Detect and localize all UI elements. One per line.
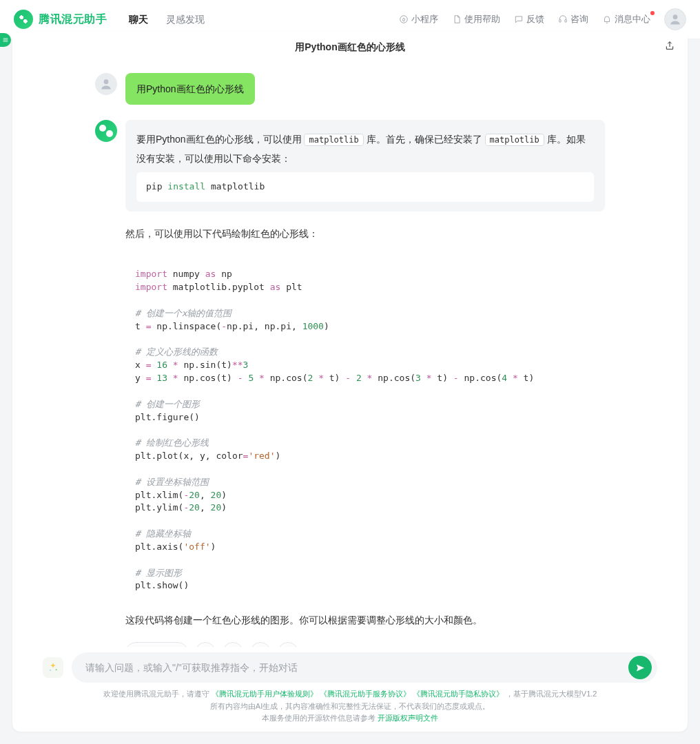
link-miniprogram[interactable]: 小程序 [399, 13, 438, 25]
regenerate-button[interactable]: 重新生成 [125, 642, 188, 647]
footer-text: 欢迎使用腾讯混元助手，请遵守 [103, 690, 209, 698]
footer: 欢迎使用腾讯混元助手，请遵守 《腾讯混元助手用户体验规则》 《腾讯混元助手服务协… [43, 683, 657, 732]
footer-text: 本服务使用的开源软件信息请参考 [262, 714, 375, 722]
prompt-helper-button[interactable] [43, 657, 63, 678]
code-container: import numpy as np import matplotlib.pyp… [12, 260, 688, 610]
footer-text: ，基于腾讯混元大模型V1.2 [506, 690, 597, 698]
thread-title: 用Python画红色的心形线 [295, 41, 404, 54]
sparkle-icon [48, 662, 59, 673]
notification-dot-icon [650, 11, 655, 15]
footer-link-rules[interactable]: 《腾讯混元助手用户体验规则》 [212, 690, 318, 698]
share-button[interactable] [664, 40, 675, 54]
copy-button[interactable] [250, 642, 271, 647]
footer-text: 所有内容均由AI生成，其内容准确性和完整性无法保证，不代表我们的态度或观点。 [43, 701, 657, 713]
bot-text: 库。首先，确保已经安装了 [364, 134, 485, 145]
header-right: 小程序 使用帮助 反馈 咨询 消息中心 [399, 8, 686, 30]
link-feedback-label: 反馈 [526, 13, 544, 25]
composer: 欢迎使用腾讯混元助手，请遵守 《腾讯混元助手用户体验规则》 《腾讯混元助手服务协… [12, 647, 688, 732]
input-wrap [43, 652, 657, 683]
thread-header: 用Python画红色的心形线 [12, 32, 688, 63]
menu-icon [2, 37, 9, 43]
bot-avatar [95, 120, 117, 142]
message-bot: 要用Python画红色的心形线，可以使用 matplotlib 库。首先，确保已… [12, 117, 688, 224]
link-help-label: 使用帮助 [464, 13, 500, 25]
thumbs-up-button[interactable] [195, 642, 216, 647]
user-message-avatar [95, 73, 117, 95]
bot-text: 这段代码将创建一个红色心形线的图形。你可以根据需要调整心形线的大小和颜色。 [12, 610, 688, 642]
brand-logo-icon [14, 10, 33, 29]
link-help[interactable]: 使用帮助 [452, 13, 500, 25]
inline-code: matplotlib [304, 134, 363, 146]
bot-text: 然后，可以使用以下代码绘制红色的心形线： [12, 224, 688, 256]
brand-name: 腾讯混元助手 [39, 12, 107, 27]
link-notifications-label: 消息中心 [615, 13, 650, 25]
sidebar-toggle[interactable] [0, 33, 11, 47]
svg-point-6 [56, 670, 57, 671]
link-miniprogram-label: 小程序 [411, 13, 438, 25]
svg-point-7 [50, 670, 50, 671]
send-button[interactable] [628, 656, 652, 679]
chat-scroll[interactable]: 用Python画红色的心形线 要用Python画红色的心形线，可以使用 matp… [12, 63, 688, 647]
chat-card: 用Python画红色的心形线 用Python画红色的心形线 要用Python画红… [12, 32, 688, 732]
footer-link-tos[interactable]: 《腾讯混元助手服务协议》 [320, 690, 411, 698]
inline-code: matplotlib [485, 134, 544, 146]
chat-icon [514, 14, 524, 24]
share-message-button[interactable] [278, 642, 298, 647]
code-block-pip: pip install matplotlib [136, 172, 594, 202]
bot-text: 要用Python画红色的心形线，可以使用 [136, 134, 304, 145]
footer-link-privacy[interactable]: 《腾讯混元助手隐私协议》 [413, 690, 504, 698]
svg-rect-2 [565, 20, 566, 22]
link-notifications[interactable]: 消息中心 [602, 13, 650, 25]
link-consult[interactable]: 咨询 [558, 13, 588, 25]
bell-icon [602, 14, 612, 24]
share-icon [664, 40, 675, 51]
headset-icon [558, 14, 568, 24]
person-icon [99, 77, 113, 91]
code-block-main: import numpy as np import matplotlib.pyp… [125, 260, 605, 601]
footer-link-oss[interactable]: 开源版权声明文件 [378, 714, 438, 722]
svg-point-0 [400, 16, 408, 23]
compass-icon [399, 14, 409, 24]
svg-point-3 [673, 14, 678, 19]
link-feedback[interactable]: 反馈 [514, 13, 544, 25]
user-avatar[interactable] [664, 8, 686, 30]
send-icon [635, 663, 646, 673]
svg-point-4 [104, 79, 109, 84]
person-icon [668, 12, 682, 26]
brand-block: 腾讯混元助手 [14, 10, 107, 29]
bot-bubble: 要用Python画红色的心形线，可以使用 matplotlib 库。首先，确保已… [125, 120, 605, 211]
message-user: 用Python画红色的心形线 [12, 70, 688, 117]
user-bubble: 用Python画红色的心形线 [125, 73, 255, 105]
thumbs-down-button[interactable] [223, 642, 243, 647]
message-actions: 重新生成 [12, 642, 688, 647]
message-input[interactable] [85, 662, 621, 673]
input-pill [72, 652, 657, 683]
svg-rect-1 [559, 20, 561, 22]
document-icon [452, 14, 462, 24]
link-consult-label: 咨询 [570, 13, 588, 25]
